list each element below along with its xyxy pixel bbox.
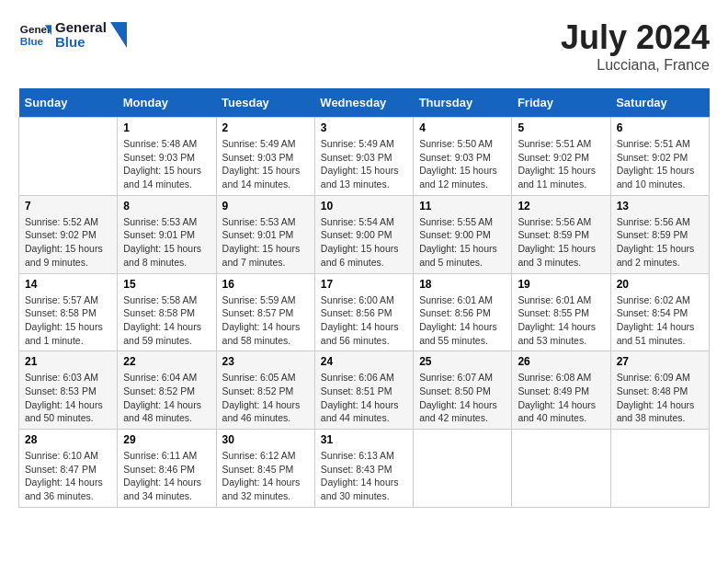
month-title: July 2024: [561, 18, 710, 57]
weekday-header: Sunday: [19, 88, 118, 118]
day-number: 12: [518, 200, 604, 213]
calendar-week-row: 1Sunrise: 5:48 AMSunset: 9:03 PMDaylight…: [19, 118, 710, 196]
day-number: 14: [25, 278, 111, 291]
calendar-cell: 27Sunrise: 6:09 AMSunset: 8:48 PMDayligh…: [610, 351, 709, 430]
calendar-cell: 16Sunrise: 5:59 AMSunset: 8:57 PMDayligh…: [216, 273, 314, 351]
svg-text:Blue: Blue: [20, 35, 44, 47]
calendar-cell: 13Sunrise: 5:56 AMSunset: 8:59 PMDayligh…: [610, 195, 709, 273]
day-info: Sunrise: 5:51 AMSunset: 9:02 PMDaylight:…: [617, 137, 703, 191]
day-info: Sunrise: 5:48 AMSunset: 9:03 PMDaylight:…: [123, 137, 210, 191]
day-info: Sunrise: 6:00 AMSunset: 8:56 PMDaylight:…: [321, 293, 407, 348]
calendar-cell: 1Sunrise: 5:48 AMSunset: 9:03 PMDaylight…: [118, 118, 216, 196]
logo-arrow-icon: [110, 22, 127, 48]
weekday-header: Wednesday: [314, 88, 413, 118]
day-info: Sunrise: 5:54 AMSunset: 9:00 PMDaylight:…: [321, 215, 407, 270]
calendar-cell: 22Sunrise: 6:04 AMSunset: 8:52 PMDayligh…: [118, 351, 216, 430]
day-info: Sunrise: 5:57 AMSunset: 8:58 PMDaylight:…: [25, 293, 111, 348]
calendar-cell: 24Sunrise: 6:06 AMSunset: 8:51 PMDayligh…: [314, 351, 413, 430]
day-info: Sunrise: 5:49 AMSunset: 9:03 PMDaylight:…: [321, 137, 407, 191]
day-info: Sunrise: 6:11 AMSunset: 8:46 PMDaylight:…: [123, 449, 210, 503]
calendar-cell: 26Sunrise: 6:08 AMSunset: 8:49 PMDayligh…: [512, 351, 610, 430]
day-number: 27: [617, 355, 703, 368]
day-info: Sunrise: 6:04 AMSunset: 8:52 PMDaylight:…: [123, 371, 210, 425]
calendar-cell: 5Sunrise: 5:51 AMSunset: 9:02 PMDaylight…: [512, 118, 610, 196]
day-info: Sunrise: 6:07 AMSunset: 8:50 PMDaylight:…: [419, 371, 506, 425]
day-number: 28: [25, 433, 111, 446]
day-info: Sunrise: 5:58 AMSunset: 8:58 PMDaylight:…: [123, 293, 210, 348]
logo-general-text: General: [55, 20, 107, 36]
svg-marker-3: [110, 22, 127, 48]
day-number: 16: [222, 278, 309, 291]
calendar-cell: [19, 118, 118, 196]
calendar-cell: 7Sunrise: 5:52 AMSunset: 9:02 PMDaylight…: [19, 195, 118, 273]
day-number: 24: [321, 355, 407, 368]
day-info: Sunrise: 5:55 AMSunset: 9:00 PMDaylight:…: [419, 215, 506, 270]
calendar-cell: 12Sunrise: 5:56 AMSunset: 8:59 PMDayligh…: [512, 195, 610, 273]
logo-icon: General Blue: [18, 18, 51, 52]
calendar-cell: 31Sunrise: 6:13 AMSunset: 8:43 PMDayligh…: [314, 430, 413, 508]
day-info: Sunrise: 6:01 AMSunset: 8:55 PMDaylight:…: [518, 293, 604, 348]
title-block: July 2024 Lucciana, France: [561, 18, 710, 74]
calendar-cell: [512, 430, 610, 508]
calendar-week-row: 21Sunrise: 6:03 AMSunset: 8:53 PMDayligh…: [19, 351, 710, 430]
calendar-cell: [610, 430, 709, 508]
day-number: 5: [518, 121, 604, 134]
calendar-cell: 20Sunrise: 6:02 AMSunset: 8:54 PMDayligh…: [610, 273, 709, 351]
calendar-cell: 18Sunrise: 6:01 AMSunset: 8:56 PMDayligh…: [414, 273, 512, 351]
weekday-header: Thursday: [414, 88, 512, 118]
day-number: 29: [123, 433, 210, 446]
weekday-header: Saturday: [610, 88, 709, 118]
day-info: Sunrise: 5:56 AMSunset: 8:59 PMDaylight:…: [617, 215, 703, 270]
calendar-table: SundayMondayTuesdayWednesdayThursdayFrid…: [18, 88, 710, 508]
day-info: Sunrise: 6:05 AMSunset: 8:52 PMDaylight:…: [222, 371, 309, 425]
logo-blue-text: Blue: [55, 35, 107, 51]
calendar-cell: 9Sunrise: 5:53 AMSunset: 9:01 PMDaylight…: [216, 195, 314, 273]
day-info: Sunrise: 6:02 AMSunset: 8:54 PMDaylight:…: [617, 293, 703, 348]
weekday-header: Monday: [118, 88, 216, 118]
day-number: 15: [123, 278, 210, 291]
day-number: 2: [222, 121, 309, 134]
day-info: Sunrise: 5:51 AMSunset: 9:02 PMDaylight:…: [518, 137, 604, 191]
calendar-cell: 14Sunrise: 5:57 AMSunset: 8:58 PMDayligh…: [19, 273, 118, 351]
day-info: Sunrise: 5:52 AMSunset: 9:02 PMDaylight:…: [25, 215, 111, 270]
day-info: Sunrise: 6:06 AMSunset: 8:51 PMDaylight:…: [321, 371, 407, 425]
day-number: 1: [123, 121, 210, 134]
calendar-cell: 19Sunrise: 6:01 AMSunset: 8:55 PMDayligh…: [512, 273, 610, 351]
day-info: Sunrise: 5:50 AMSunset: 9:03 PMDaylight:…: [419, 137, 506, 191]
day-number: 17: [321, 278, 407, 291]
calendar-cell: 15Sunrise: 5:58 AMSunset: 8:58 PMDayligh…: [118, 273, 216, 351]
day-number: 7: [25, 200, 111, 213]
day-number: 30: [222, 433, 309, 446]
day-number: 9: [222, 200, 309, 213]
day-info: Sunrise: 6:12 AMSunset: 8:45 PMDaylight:…: [222, 449, 309, 503]
calendar-cell: 2Sunrise: 5:49 AMSunset: 9:03 PMDaylight…: [216, 118, 314, 196]
calendar-week-row: 7Sunrise: 5:52 AMSunset: 9:02 PMDaylight…: [19, 195, 710, 273]
location: Lucciana, France: [561, 57, 710, 74]
calendar-cell: 21Sunrise: 6:03 AMSunset: 8:53 PMDayligh…: [19, 351, 118, 430]
logo: General Blue General Blue: [18, 18, 127, 52]
day-number: 23: [222, 355, 309, 368]
day-info: Sunrise: 6:13 AMSunset: 8:43 PMDaylight:…: [321, 449, 407, 503]
day-number: 26: [518, 355, 604, 368]
weekday-header: Tuesday: [216, 88, 314, 118]
day-number: 19: [518, 278, 604, 291]
day-number: 31: [321, 433, 407, 446]
day-number: 6: [617, 121, 703, 134]
svg-text:General: General: [20, 23, 51, 35]
calendar-cell: 3Sunrise: 5:49 AMSunset: 9:03 PMDaylight…: [314, 118, 413, 196]
calendar-cell: 17Sunrise: 6:00 AMSunset: 8:56 PMDayligh…: [314, 273, 413, 351]
day-number: 13: [617, 200, 703, 213]
calendar-cell: 25Sunrise: 6:07 AMSunset: 8:50 PMDayligh…: [414, 351, 512, 430]
calendar-cell: 8Sunrise: 5:53 AMSunset: 9:01 PMDaylight…: [118, 195, 216, 273]
day-info: Sunrise: 6:03 AMSunset: 8:53 PMDaylight:…: [25, 371, 111, 425]
day-info: Sunrise: 5:59 AMSunset: 8:57 PMDaylight:…: [222, 293, 309, 348]
calendar-cell: 6Sunrise: 5:51 AMSunset: 9:02 PMDaylight…: [610, 118, 709, 196]
day-number: 4: [419, 121, 506, 134]
weekday-header: Friday: [512, 88, 610, 118]
weekday-header-row: SundayMondayTuesdayWednesdayThursdayFrid…: [19, 88, 710, 118]
page-header: General Blue General Blue July 2024 Lucc…: [18, 18, 710, 74]
day-number: 10: [321, 200, 407, 213]
calendar-cell: 11Sunrise: 5:55 AMSunset: 9:00 PMDayligh…: [414, 195, 512, 273]
day-info: Sunrise: 5:53 AMSunset: 9:01 PMDaylight:…: [123, 215, 210, 270]
day-number: 25: [419, 355, 506, 368]
